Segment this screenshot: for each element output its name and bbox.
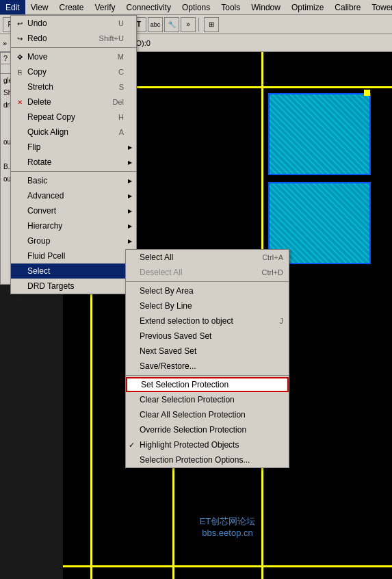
menubar-view[interactable]: View [25, 0, 54, 14]
group-icon [15, 236, 25, 246]
select-submenu: Select All Ctrl+A Deselect All Ctrl+D Se… [125, 249, 289, 468]
delete-shortcut: Del [112, 98, 124, 106]
submenu-selection-protection-options[interactable]: Selection Protection Options... [126, 452, 289, 467]
menubar-connectivity[interactable]: Connectivity [121, 0, 177, 14]
menubar-create[interactable]: Create [53, 0, 89, 14]
menu-rotate-label: Rotate [27, 157, 51, 167]
menu-move[interactable]: ✥ Move M [11, 49, 136, 64]
menu-group[interactable]: Group [11, 233, 136, 248]
select-by-line-label: Select By Line [140, 301, 192, 311]
menu-quick-align[interactable]: Quick Align A [11, 125, 136, 140]
deselect-all-shortcut: Ctrl+D [262, 268, 283, 276]
menu-drd-targets[interactable]: DRD Targets [11, 279, 136, 294]
submenu-extend-selection[interactable]: Extend selection to object J [126, 313, 289, 329]
menu-repeat-copy[interactable]: Repeat Copy H [11, 110, 136, 125]
toolbar-abc-btn[interactable]: abc [148, 17, 163, 32]
menubar-edit[interactable]: Edit [0, 0, 25, 14]
select-by-area-label: Select By Area [140, 286, 194, 296]
toolbar-grid-btn[interactable]: ⊞ [204, 17, 219, 32]
stretch-shortcut: S [119, 83, 124, 91]
submenu-clear-selection-protection[interactable]: Clear Selection Protection [126, 392, 289, 407]
delete-icon: ✕ [15, 97, 25, 107]
menubar-window[interactable]: Window [246, 0, 286, 14]
submenu-next-saved-set[interactable]: Next Saved Set [126, 344, 289, 359]
submenu-previous-saved-set[interactable]: Previous Saved Set [126, 329, 289, 344]
blue-rect-top [268, 93, 371, 175]
menu-flip[interactable]: Flip [11, 140, 136, 155]
undo-shortcut: U [118, 19, 124, 27]
menubar-calibre-label: Calibre [335, 3, 361, 12]
menu-basic-label: Basic [27, 176, 47, 185]
menu-convert-label: Convert [27, 206, 56, 216]
copy-shortcut: C [118, 68, 124, 76]
menu-copy[interactable]: ⎘ Copy C [11, 64, 136, 79]
submenu-select-all[interactable]: Select All Ctrl+A [126, 250, 289, 265]
override-selection-protection-label: Override Selection Protection [140, 425, 246, 435]
redo-shortcut: Shift+U [99, 34, 124, 42]
menubar-options[interactable]: Options [177, 0, 215, 14]
menu-flip-label: Flip [27, 142, 40, 152]
menu-sep-2 [11, 171, 136, 172]
menu-drd-targets-label: DRD Targets [27, 281, 74, 291]
deselect-all-label: Deselect All [140, 268, 183, 277]
menu-stretch-label: Stretch [27, 82, 53, 92]
menubar-verify-label: Verify [95, 3, 116, 12]
submenu-set-selection-protection[interactable]: Set Selection Protection [126, 377, 289, 392]
clear-selection-protection-label: Clear Selection Protection [140, 395, 235, 404]
menubar-calibre[interactable]: Calibre [329, 0, 366, 14]
watermark-line1: ET创芯网论坛 [200, 515, 256, 528]
menu-fluid-pcell[interactable]: Fluid Pcell [11, 248, 136, 263]
menu-delete[interactable]: ✕ Delete Del [11, 94, 136, 110]
stretch-icon [15, 82, 25, 92]
menu-move-label: Move [27, 52, 47, 62]
rotate-icon [15, 157, 25, 167]
menubar-view-label: View [31, 3, 49, 12]
menu-rotate[interactable]: Rotate [11, 155, 136, 170]
next-saved-set-label: Next Saved Set [140, 346, 196, 356]
menu-convert[interactable]: Convert [11, 203, 136, 218]
menu-hierarchy[interactable]: Hierarchy [11, 218, 136, 233]
menubar-edit-label: Edit [5, 3, 20, 12]
submenu-clear-all-selection-protection[interactable]: Clear All Selection Protection [126, 407, 289, 422]
submenu-sep-2 [126, 375, 289, 376]
menu-undo[interactable]: ↩ Undo U [11, 16, 136, 31]
select-all-label: Select All [140, 253, 173, 262]
menu-stretch[interactable]: Stretch S [11, 79, 136, 94]
submenu-override-selection-protection[interactable]: Override Selection Protection [126, 422, 289, 437]
menu-redo-label: Redo [27, 34, 47, 43]
fluid-pcell-icon [15, 251, 25, 261]
move-shortcut: M [118, 53, 124, 61]
menubar-tools[interactable]: Tools [215, 0, 246, 14]
menu-sep-1 [11, 47, 136, 48]
quick-align-shortcut: A [119, 128, 124, 136]
menubar-optimize[interactable]: Optimize [286, 0, 329, 14]
toolbar-more3-btn[interactable]: » [181, 17, 196, 32]
menu-select-label: Select [27, 266, 50, 276]
menubar-verify[interactable]: Verify [90, 0, 121, 14]
menu-redo[interactable]: ↪ Redo Shift+U [11, 31, 136, 46]
submenu-select-by-area[interactable]: Select By Area [126, 283, 289, 298]
menubar-create-label: Create [59, 3, 83, 12]
menu-quick-align-label: Quick Align [27, 127, 68, 137]
submenu-select-by-line[interactable]: Select By Line [126, 298, 289, 313]
repeat-copy-icon [15, 112, 25, 122]
select-icon [15, 266, 25, 276]
selection-protection-options-label: Selection Protection Options... [140, 455, 250, 465]
yellow-small-square [364, 90, 370, 96]
menu-repeat-copy-label: Repeat Copy [27, 112, 75, 122]
menu-undo-label: Undo [27, 18, 47, 28]
menubar-towerja[interactable]: TowerJa... [366, 0, 392, 14]
highlight-protected-objects-label: Highlight Protected Objects [140, 440, 239, 450]
previous-saved-set-label: Previous Saved Set [140, 331, 211, 341]
toolbar-tool-btn[interactable]: 🔧 [164, 17, 179, 32]
yellow-vertical-center [172, 449, 174, 579]
menu-select[interactable]: Select [11, 263, 136, 279]
menu-advanced[interactable]: Advanced [11, 188, 136, 203]
submenu-save-restore[interactable]: Save/Restore... [126, 359, 289, 374]
menubar-tools-label: Tools [221, 3, 240, 12]
submenu-highlight-protected-objects[interactable]: Highlight Protected Objects [126, 437, 289, 452]
hierarchy-icon [15, 221, 25, 231]
menu-basic[interactable]: Basic [11, 173, 136, 188]
yellow-line-bottom [63, 565, 392, 567]
menubar-options-label: Options [182, 3, 210, 12]
